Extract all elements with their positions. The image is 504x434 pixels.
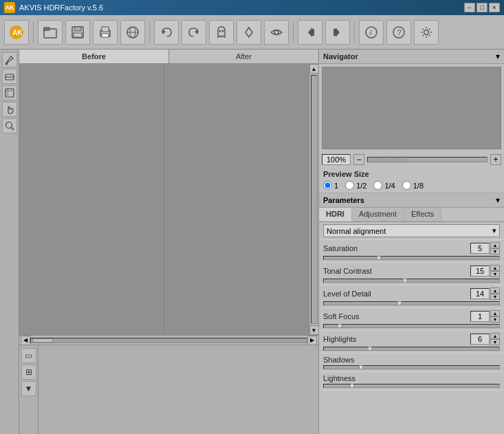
rect-select-button[interactable]: ▭	[21, 348, 36, 363]
h-scroll-track[interactable]	[30, 338, 307, 343]
maximize-button[interactable]: □	[476, 3, 487, 12]
soft-focus-spinner[interactable]: ▲ ▼	[490, 310, 500, 323]
zoom-slider[interactable]: ||||||||||||||||||||	[367, 157, 487, 162]
v-scroll-track[interactable]	[311, 75, 318, 324]
eye-icon[interactable]	[264, 20, 289, 45]
zoom-tool-button[interactable]	[2, 118, 17, 133]
tab-adjustment[interactable]: Adjustment	[352, 208, 404, 221]
level-of-detail-spinner[interactable]: ▲ ▼	[490, 287, 500, 300]
arrow-right-icon[interactable]	[325, 20, 350, 45]
brush-tool-button[interactable]	[2, 52, 17, 67]
parameters-collapse-icon[interactable]	[496, 195, 500, 205]
settings-icon[interactable]	[414, 20, 439, 45]
grid-button[interactable]: ⊞	[21, 365, 36, 380]
preview-size-half[interactable]: 1/2	[345, 181, 366, 190]
bottom-panel: ▭ ⊞ ▼	[19, 345, 318, 434]
highlights-spinner[interactable]: ▲ ▼	[490, 333, 500, 345]
tonal-contrast-down[interactable]: ▼	[490, 271, 500, 277]
lightness-row: Lightness	[319, 372, 504, 391]
preview-radio-quarter[interactable]	[373, 181, 382, 190]
undo-icon[interactable]	[154, 20, 179, 45]
crop-tool-button[interactable]	[2, 85, 17, 100]
soft-focus-slider[interactable]	[323, 324, 500, 328]
saturation-down[interactable]: ▼	[490, 248, 500, 254]
vertical-scrollbar[interactable]: ▲ ▼	[309, 64, 318, 335]
lightness-thumb[interactable]	[350, 384, 354, 388]
minimize-button[interactable]: −	[464, 3, 475, 12]
globe-icon[interactable]	[120, 20, 145, 45]
horizontal-scrollbar[interactable]: ◀ ▶	[19, 335, 318, 345]
toolbar-separator-4	[354, 22, 355, 43]
toolbar-separator-1	[33, 22, 34, 43]
save-icon[interactable]	[65, 20, 90, 45]
zoom-out-button[interactable]: −	[353, 154, 364, 165]
soft-focus-up[interactable]: ▲	[490, 310, 500, 316]
level-of-detail-value[interactable]: 14	[470, 288, 490, 299]
preview-size-eighth[interactable]: 1/8	[402, 181, 424, 190]
saturation-value[interactable]: 5	[470, 243, 490, 254]
tonal-contrast-spinner[interactable]: ▲ ▼	[490, 265, 500, 277]
saturation-up[interactable]: ▲	[490, 242, 500, 248]
level-of-detail-slider[interactable]	[323, 301, 500, 305]
level-of-detail-up[interactable]: ▲	[490, 287, 500, 294]
highlights-up[interactable]: ▲	[490, 333, 500, 339]
bottom-left-tools: ▭ ⊞ ▼	[19, 345, 39, 434]
alignment-dropdown[interactable]: Normal alignment ▾	[323, 224, 500, 237]
level-of-detail-thumb[interactable]	[397, 301, 402, 305]
saturation-slider[interactable]	[323, 256, 500, 260]
tonal-contrast-thumb[interactable]	[403, 279, 407, 283]
tonal-contrast-value[interactable]: 15	[470, 265, 490, 276]
highlights-value[interactable]: 6	[470, 334, 490, 345]
zoom-value[interactable]: 100%	[322, 154, 351, 165]
soft-focus-down[interactable]: ▼	[490, 316, 500, 323]
svg-marker-14	[195, 30, 198, 34]
highlights-down[interactable]: ▼	[490, 339, 500, 345]
open-file-icon[interactable]	[38, 20, 63, 45]
saturation-thumb[interactable]	[377, 256, 381, 260]
before-tab[interactable]: Before	[19, 50, 169, 63]
scroll-right-arrow[interactable]: ▶	[307, 336, 317, 345]
tonal-contrast-slider[interactable]	[323, 279, 500, 283]
help-icon[interactable]: ?	[386, 20, 411, 45]
preview-size-1[interactable]: 1	[323, 181, 338, 190]
soft-focus-value[interactable]: 1	[470, 311, 490, 322]
level-of-detail-down[interactable]: ▼	[490, 294, 500, 300]
navigator-collapse-icon[interactable]	[496, 52, 500, 61]
right-panel: Navigator 100% − |||||||||||||||||||| +	[318, 50, 504, 434]
compare-icon[interactable]	[237, 20, 261, 45]
window-controls[interactable]: − □ ×	[464, 3, 500, 12]
preview-radio-half[interactable]	[345, 181, 354, 190]
soft-focus-thumb[interactable]	[338, 324, 342, 328]
scroll-up-arrow[interactable]: ▲	[309, 64, 319, 74]
shadows-slider[interactable]	[323, 365, 500, 369]
tab-effects[interactable]: Effects	[404, 208, 441, 221]
h-scroll-thumb[interactable]	[32, 338, 53, 343]
highlights-thumb[interactable]	[368, 347, 372, 351]
preview-radio-eighth[interactable]	[402, 181, 411, 190]
lightness-slider[interactable]	[323, 384, 500, 388]
hand-tool-button[interactable]	[2, 102, 17, 117]
arrow-left-icon[interactable]	[298, 20, 322, 45]
scroll-left-arrow[interactable]: ◀	[21, 336, 30, 345]
close-button[interactable]: ×	[489, 3, 500, 12]
eraser-tool-button[interactable]	[2, 69, 17, 84]
ghost-icon[interactable]	[209, 20, 234, 45]
svg-marker-13	[162, 30, 166, 34]
navigator-header: Navigator	[319, 50, 504, 64]
info-icon[interactable]: i	[359, 20, 384, 45]
print-icon[interactable]	[93, 20, 118, 45]
highlights-slider[interactable]	[323, 347, 500, 351]
redo-icon[interactable]	[182, 20, 206, 45]
saturation-spinner[interactable]: ▲ ▼	[490, 242, 500, 254]
tab-hdri[interactable]: HDRI	[319, 208, 352, 221]
parameter-tabs: HDRI Adjustment Effects	[319, 208, 504, 222]
scroll-down-arrow[interactable]: ▼	[309, 325, 319, 335]
logo-icon[interactable]: AK	[4, 20, 29, 45]
zoom-in-button[interactable]: +	[490, 154, 501, 165]
tonal-contrast-up[interactable]: ▲	[490, 265, 500, 271]
preview-radio-1[interactable]	[323, 181, 332, 190]
shadows-thumb[interactable]	[359, 365, 363, 369]
after-tab[interactable]: After	[169, 50, 318, 63]
collapse-button[interactable]: ▼	[21, 381, 36, 396]
preview-size-quarter[interactable]: 1/4	[373, 181, 395, 190]
